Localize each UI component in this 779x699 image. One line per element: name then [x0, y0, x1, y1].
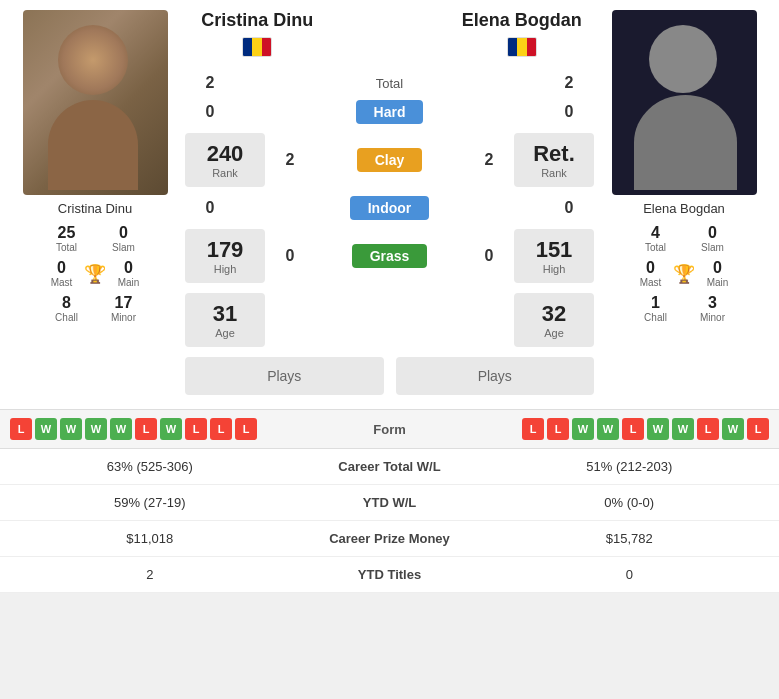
- left-total-stat: 25 Total: [41, 224, 92, 253]
- right-trophy-icon: 🏆: [673, 263, 695, 285]
- form-badge-left: L: [235, 418, 257, 440]
- right-chall-value: 1: [630, 294, 681, 312]
- right-rank-label: Rank: [528, 167, 580, 179]
- left-chall-value: 8: [41, 294, 92, 312]
- hard-label-btn: Hard: [235, 100, 544, 124]
- right-plays-label: Plays: [478, 368, 512, 384]
- form-section: LWWWWLWLLL Form LLWWLWWLWL: [0, 409, 779, 448]
- grass-surface-btn[interactable]: Grass: [352, 244, 428, 268]
- left-main-value: 0: [108, 259, 149, 277]
- left-player-header-name: Cristina Dinu: [185, 10, 330, 31]
- left-main-label: Main: [108, 277, 149, 288]
- form-badges-right: LLWWLWWLWL: [436, 418, 770, 440]
- form-badge-right: L: [622, 418, 644, 440]
- form-badge-left: W: [60, 418, 82, 440]
- right-player-flag: [507, 37, 537, 57]
- stats-row-left-val: $11,018: [10, 531, 290, 546]
- right-indoor-score: 0: [544, 199, 594, 217]
- left-mast-stat: 0 Mast: [41, 259, 82, 288]
- right-age-block: 32 Age: [514, 293, 594, 347]
- form-badge-left: W: [160, 418, 182, 440]
- left-slam-stat: 0 Slam: [98, 224, 149, 253]
- left-player-flag: [242, 37, 272, 57]
- stats-row-right-val: $15,782: [490, 531, 770, 546]
- player-right-photo: [612, 10, 757, 195]
- right-total-stat: 4 Total: [630, 224, 681, 253]
- form-badge-left: L: [135, 418, 157, 440]
- stats-row-right-val: 51% (212-203): [490, 459, 770, 474]
- form-badges-left: LWWWWLWLLL: [10, 418, 344, 440]
- left-total-value: 25: [41, 224, 92, 242]
- left-mast-label: Mast: [41, 277, 82, 288]
- right-high-block: 151 High: [514, 229, 594, 283]
- left-hard-score: 0: [185, 103, 235, 121]
- stats-row-left-val: 63% (525-306): [10, 459, 290, 474]
- stats-row: $11,018Career Prize Money$15,782: [0, 521, 779, 557]
- stats-row-right-val: 0% (0-0): [490, 495, 770, 510]
- form-badge-right: L: [547, 418, 569, 440]
- right-main-value: 0: [697, 259, 738, 277]
- right-high-value: 151: [528, 237, 580, 263]
- right-minor-value: 3: [687, 294, 738, 312]
- form-badge-right: L: [747, 418, 769, 440]
- left-grass-score: 0: [265, 247, 315, 265]
- comparison-rows: 2 Total 2 0 Hard 0 240 Rank: [185, 71, 594, 399]
- right-clay-score: 2: [464, 151, 514, 169]
- left-minor-stat: 17 Minor: [98, 294, 149, 323]
- right-plays-block: Plays: [396, 357, 595, 395]
- indoor-surface-btn[interactable]: Indoor: [350, 196, 430, 220]
- form-badge-left: L: [185, 418, 207, 440]
- age-plays-row: 31 Age 32 Age: [185, 289, 594, 351]
- form-badge-right: W: [572, 418, 594, 440]
- left-minor-value: 17: [98, 294, 149, 312]
- main-container: Cristina Dinu 25 Total 0 Slam 0 Mast: [0, 0, 779, 593]
- form-badge-right: L: [697, 418, 719, 440]
- form-badge-right: W: [722, 418, 744, 440]
- left-age-label: Age: [199, 327, 251, 339]
- total-row: 2 Total 2: [185, 71, 594, 95]
- left-total-score: 2: [185, 74, 235, 92]
- right-rank-block: Ret. Rank: [514, 133, 594, 187]
- right-rank-value: Ret.: [528, 141, 580, 167]
- clay-label-btn: Clay: [315, 148, 464, 172]
- indoor-row: 0 Indoor 0: [185, 193, 594, 223]
- left-chall-stat: 8 Chall: [41, 294, 92, 323]
- right-minor-label: Minor: [687, 312, 738, 323]
- player-right-name: Elena Bogdan: [643, 201, 725, 216]
- right-slam-value: 0: [687, 224, 738, 242]
- player-comparison: Cristina Dinu 25 Total 0 Slam 0 Mast: [0, 0, 779, 409]
- left-plays-label: Plays: [267, 368, 301, 384]
- indoor-label-btn: Indoor: [235, 196, 544, 220]
- right-total-value: 4: [630, 224, 681, 242]
- right-minor-stat: 3 Minor: [687, 294, 738, 323]
- player-left-photo: [23, 10, 168, 195]
- stats-rows: 63% (525-306)Career Total W/L51% (212-20…: [0, 448, 779, 593]
- right-grass-score: 0: [464, 247, 514, 265]
- left-mast-value: 0: [41, 259, 82, 277]
- high-grass-row: 179 High 0 Grass 0 151 High: [185, 225, 594, 287]
- form-badge-right: L: [522, 418, 544, 440]
- left-high-block: 179 High: [185, 229, 265, 283]
- left-rank-value: 240: [199, 141, 251, 167]
- form-badge-left: L: [10, 418, 32, 440]
- form-badge-right: W: [647, 418, 669, 440]
- hard-row: 0 Hard 0: [185, 97, 594, 127]
- left-clay-score: 2: [265, 151, 315, 169]
- player-right: Elena Bogdan 4 Total 0 Slam 0 Mast: [599, 10, 769, 399]
- right-main-stat: 0 Main: [697, 259, 738, 288]
- stats-row-left-val: 2: [10, 567, 290, 582]
- form-label: Form: [350, 422, 430, 437]
- left-high-label: High: [199, 263, 251, 275]
- right-slam-label: Slam: [687, 242, 738, 253]
- form-badge-right: W: [672, 418, 694, 440]
- hard-surface-btn[interactable]: Hard: [356, 100, 424, 124]
- stats-row-center-label: YTD W/L: [290, 495, 490, 510]
- right-mast-value: 0: [630, 259, 671, 277]
- stats-row-center-label: Career Prize Money: [290, 531, 490, 546]
- stats-row-right-val: 0: [490, 567, 770, 582]
- form-badge-left: W: [35, 418, 57, 440]
- player-left-name: Cristina Dinu: [58, 201, 132, 216]
- left-main-stat: 0 Main: [108, 259, 149, 288]
- player-left: Cristina Dinu 25 Total 0 Slam 0 Mast: [10, 10, 180, 399]
- clay-surface-btn[interactable]: Clay: [357, 148, 423, 172]
